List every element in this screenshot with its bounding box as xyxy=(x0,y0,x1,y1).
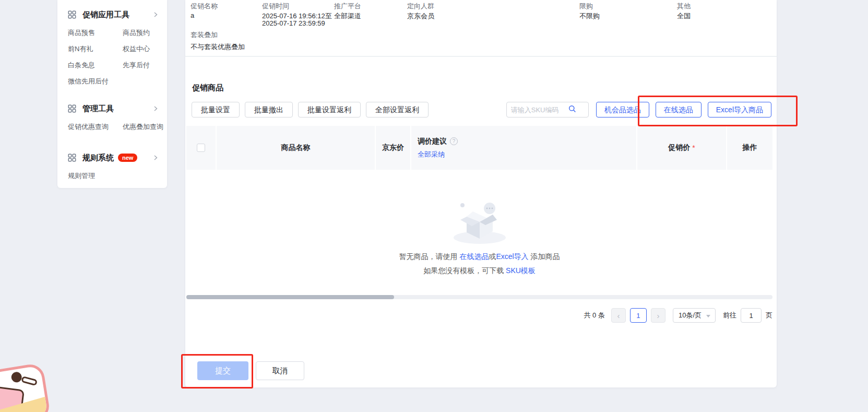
online-pick-link[interactable]: 在线选品 xyxy=(459,252,489,261)
select-all-checkbox[interactable] xyxy=(197,144,205,152)
sidebar-item-baitiao[interactable]: 白条免息 xyxy=(68,61,123,70)
help-icon[interactable]: ? xyxy=(450,137,458,145)
column-jd-price: 京东价 xyxy=(376,126,411,170)
field-value: 不限购 xyxy=(579,11,600,21)
field-value: 全部渠道 xyxy=(334,11,361,21)
sidebar-section-promo-tools[interactable]: 促销应用工具 xyxy=(57,8,167,21)
bulk-set-rebate-button[interactable]: 批量设置返利 xyxy=(298,102,361,117)
empty-table-body: 暂无商品，请使用 在线选品或Excel导入 添加商品 如果您没有模板，可下载 S… xyxy=(186,170,772,295)
column-promo-price: 促销价 * xyxy=(637,126,727,170)
goto-page-input[interactable] xyxy=(741,308,762,323)
field-value-line2: 2025-07-17 23:59:59 xyxy=(262,19,325,27)
new-badge: new xyxy=(118,154,137,162)
sidebar-item-presale[interactable]: 商品预售 xyxy=(68,28,123,38)
excel-import-button[interactable]: Excel导入商品 xyxy=(708,102,771,117)
excel-import-link[interactable]: Excel导入 xyxy=(496,252,528,261)
apps-grid-icon xyxy=(68,104,76,113)
hint-text: 如果您没有模板，可下载 xyxy=(423,266,506,275)
section-title: 规则系统 xyxy=(82,153,114,163)
sidebar-item-promo-discount-query[interactable]: 促销优惠查询 xyxy=(68,122,123,132)
next-page-button[interactable]: › xyxy=(651,308,665,323)
cancel-button[interactable]: 取消 xyxy=(256,361,304,380)
goto-suffix-label: 页 xyxy=(766,311,772,320)
column-action: 操作 xyxy=(727,126,772,170)
sidebar-section-rule-system[interactable]: 规则系统 new xyxy=(57,151,167,164)
sidebar-item-rule-manage[interactable]: 规则管理 xyxy=(68,171,123,181)
sidebar-item-enjoy-first[interactable]: 先享后付 xyxy=(123,61,167,70)
hint-text: 添加商品 xyxy=(529,252,560,261)
page-size-value: 10条/页 xyxy=(679,311,701,320)
empty-hint-line2: 如果您没有模板，可下载 SKU模板 xyxy=(423,266,536,276)
sku-search-input[interactable] xyxy=(511,106,568,114)
products-toolbar: 批量设置 批量撤出 批量设置返利 全部设置返利 机会品选品 在线选品 Excel… xyxy=(192,102,771,117)
caret-down-icon xyxy=(706,315,710,317)
field-value: a xyxy=(191,11,194,19)
sidebar-section-manage-tools[interactable]: 管理工具 xyxy=(57,102,167,115)
goto-label: 前往 xyxy=(723,311,736,320)
field-value: 全国 xyxy=(677,11,691,21)
total-count-label: 共 0 条 xyxy=(584,311,604,320)
bulk-set-button[interactable]: 批量设置 xyxy=(192,102,240,117)
field-label: 促销名称 xyxy=(191,2,218,11)
submit-button[interactable]: 提交 xyxy=(197,361,248,380)
hint-text: 暂无商品，请使用 xyxy=(399,252,459,261)
field-bundle-stack-label: 套装叠加 xyxy=(191,30,218,40)
field-label: 其他 xyxy=(677,2,691,11)
pagination: 共 0 条 ‹ 1 › 10条/页 前往 页 xyxy=(584,308,772,323)
search-icon[interactable] xyxy=(568,105,576,114)
chevron-right-icon xyxy=(152,11,159,18)
prev-page-button[interactable]: ‹ xyxy=(611,308,626,323)
footer-actions: 提交 取消 xyxy=(197,361,304,380)
section-title: 促销应用工具 xyxy=(82,10,129,20)
column-product-name: 商品名称 xyxy=(217,126,376,170)
mascot-arm xyxy=(21,376,38,386)
empty-hint-line1: 暂无商品，请使用 在线选品或Excel导入 添加商品 xyxy=(399,252,560,262)
column-price-adjust-suggestion: 调价建议 ? 全部采纳 xyxy=(411,126,637,170)
sidebar-item-first-n-gift[interactable]: 前N有礼 xyxy=(68,44,123,54)
sidebar-item-discount-stack-query[interactable]: 优惠叠加查询 xyxy=(123,122,167,132)
sku-template-download-link[interactable]: SKU模板 xyxy=(506,266,536,275)
sku-search-box xyxy=(506,102,589,117)
sidebar-item-reserve[interactable]: 商品预约 xyxy=(123,28,167,38)
chevron-right-icon xyxy=(152,105,159,112)
apps-grid-icon xyxy=(68,154,76,162)
required-asterisk: * xyxy=(692,144,695,152)
sidebar-item-benefit-center[interactable]: 权益中心 xyxy=(123,44,167,54)
field-label: 限购 xyxy=(579,2,593,11)
divider xyxy=(185,56,777,57)
empty-box-illustration xyxy=(446,199,514,245)
bulk-remove-button[interactable]: 批量撤出 xyxy=(245,102,293,117)
header-checkbox-cell xyxy=(186,126,217,170)
apps-grid-icon xyxy=(68,10,76,19)
products-section-title: 促销商品 xyxy=(192,83,223,93)
page-number-button[interactable]: 1 xyxy=(630,308,647,323)
field-label: 促销时间 xyxy=(262,2,289,11)
horizontal-scrollbar-thumb[interactable] xyxy=(186,295,394,299)
promotion-detail-panel: 促销名称 a 促销时间 2025-07-16 19:56:12至 2025-07… xyxy=(185,0,777,387)
field-label: 定向人群 xyxy=(407,2,434,11)
hint-text: 或 xyxy=(489,252,496,261)
horizontal-scrollbar-track[interactable] xyxy=(186,295,772,299)
adopt-all-link[interactable]: 全部采纳 xyxy=(418,150,445,159)
column-label: 调价建议 xyxy=(418,137,447,146)
page-size-select[interactable]: 10条/页 xyxy=(673,308,716,323)
mascot-head xyxy=(10,371,22,383)
sidebar: 促销应用工具 商品预售 商品预约 前N有礼 权益中心 白条免息 先享后付 微信先… xyxy=(57,0,167,188)
field-bundle-stack-value: 不与套装优惠叠加 xyxy=(191,42,245,52)
products-table-header: 商品名称 京东价 调价建议 ? 全部采纳 促销价 * 操作 xyxy=(186,126,772,170)
section-title: 管理工具 xyxy=(82,104,114,114)
mascot-assistant-widget[interactable] xyxy=(0,362,51,412)
field-value: 京东会员 xyxy=(407,11,434,21)
all-set-rebate-button[interactable]: 全部设置返利 xyxy=(366,102,429,117)
chevron-right-icon xyxy=(152,155,159,161)
field-label: 推广平台 xyxy=(334,2,361,11)
opportunity-pick-button[interactable]: 机会品选品 xyxy=(596,102,649,117)
online-pick-button[interactable]: 在线选品 xyxy=(656,102,701,117)
column-label: 促销价 xyxy=(668,143,690,152)
sidebar-item-wechat-pay-later[interactable]: 微信先用后付 xyxy=(68,77,123,86)
